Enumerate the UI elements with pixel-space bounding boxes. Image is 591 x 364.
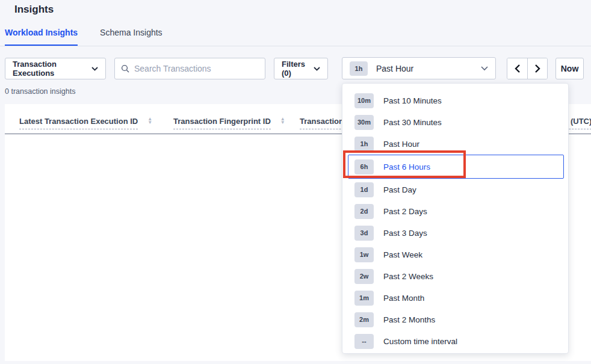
time-option-label: Past 30 Minutes (383, 118, 442, 127)
time-option-past-month[interactable]: 1mPast Month (348, 287, 564, 309)
chevron-right-icon (534, 64, 540, 73)
tabs-divider (0, 46, 591, 46)
tab-workload-insights[interactable]: Workload Insights (5, 28, 78, 46)
time-option-badge: -- (354, 334, 374, 349)
column-header-label: Transaction Fingerprint ID (173, 117, 271, 129)
search-input[interactable] (134, 64, 255, 73)
chevron-down-icon (314, 67, 320, 71)
time-option-badge: 6h (354, 159, 374, 174)
time-option-badge: 2m (354, 312, 374, 327)
time-range-badge: 1h (350, 61, 368, 76)
search-box[interactable] (114, 58, 265, 79)
time-option-badge: 2w (354, 269, 374, 284)
time-option-label: Past Week (383, 250, 422, 259)
time-option-label: Past Hour (383, 140, 419, 149)
time-option-past-30-minutes[interactable]: 30mPast 30 Minutes (348, 111, 564, 133)
time-option-badge: 3d (354, 226, 374, 241)
time-option-label: Past Month (383, 294, 424, 303)
filters-label: Filters (0) (282, 60, 309, 78)
chevron-left-icon (515, 64, 521, 73)
time-option-badge: 1h (354, 137, 374, 152)
now-button[interactable]: Now (555, 58, 584, 79)
time-option-label: Custom time interval (383, 337, 457, 346)
insights-page: Insights Workload Insights Schema Insigh… (0, 0, 591, 364)
time-option-label: Past 2 Weeks (383, 272, 433, 281)
sort-icon: ▲▼ (147, 117, 152, 125)
time-option-label: Past 10 Minutes (383, 96, 442, 105)
insight-type-select[interactable]: Transaction Executions (5, 58, 106, 79)
column-header-transaction-fingerprint-id[interactable]: Transaction Fingerprint ID▲▼ (173, 117, 285, 129)
time-option-past-6-hours[interactable]: 6hPast 6 Hours (348, 155, 564, 179)
time-option-list: 10mPast 10 Minutes30mPast 30 Minutes1hPa… (342, 90, 568, 352)
time-option-label: Past 6 Hours (383, 162, 430, 171)
time-option-past-week[interactable]: 1wPast Week (348, 244, 564, 265)
time-option-past-2-days[interactable]: 2dPast 2 Days (348, 200, 564, 222)
time-option-label: Past 2 Days (383, 207, 427, 216)
filters-button[interactable]: Filters (0) (274, 58, 328, 79)
insight-type-label: Transaction Executions (13, 60, 87, 78)
time-option-past-hour[interactable]: 1hPast Hour (348, 133, 564, 155)
time-option-badge: 1d (354, 182, 374, 197)
time-option-badge: 30m (354, 115, 374, 130)
page-title: Insights (14, 4, 54, 16)
time-pager (507, 58, 548, 79)
column-header-label: Latest Transaction Execution ID (19, 117, 138, 129)
time-option-badge: 1m (354, 291, 374, 306)
search-icon (121, 64, 129, 73)
time-option-past-10-minutes[interactable]: 10mPast 10 Minutes (348, 90, 564, 111)
time-option-past-2-weeks[interactable]: 2wPast 2 Weeks (348, 265, 564, 287)
time-range-button[interactable]: 1h Past Hour (342, 57, 496, 79)
previous-interval-button[interactable] (507, 58, 527, 79)
time-option-custom-time-interval[interactable]: --Custom time interval (348, 330, 564, 352)
time-option-label: Past Day (383, 185, 416, 194)
tab-bar: Workload Insights Schema Insights (5, 28, 162, 46)
time-option-badge: 1w (354, 247, 374, 262)
time-range-label: Past Hour (376, 64, 413, 73)
time-range-dropdown: 10mPast 10 Minutes30mPast 30 Minutes1hPa… (342, 83, 569, 354)
time-option-label: Past 2 Months (383, 315, 435, 324)
time-option-label: Past 3 Days (383, 229, 427, 238)
insights-count: 0 transaction insights (5, 87, 75, 96)
tab-schema-insights[interactable]: Schema Insights (100, 28, 162, 46)
sort-icon: ▲▼ (280, 117, 285, 125)
time-option-past-day[interactable]: 1dPast Day (348, 179, 564, 200)
next-interval-button[interactable] (527, 58, 547, 79)
time-option-badge: 2d (354, 204, 374, 219)
column-header-latest-transaction-execution-id[interactable]: Latest Transaction Execution ID▲▼ (19, 117, 152, 129)
time-option-past-2-months[interactable]: 2mPast 2 Months (348, 309, 564, 330)
time-option-past-3-days[interactable]: 3dPast 3 Days (348, 222, 564, 244)
time-option-badge: 10m (354, 93, 374, 108)
chevron-down-icon (481, 66, 488, 71)
chevron-down-icon (91, 67, 98, 71)
